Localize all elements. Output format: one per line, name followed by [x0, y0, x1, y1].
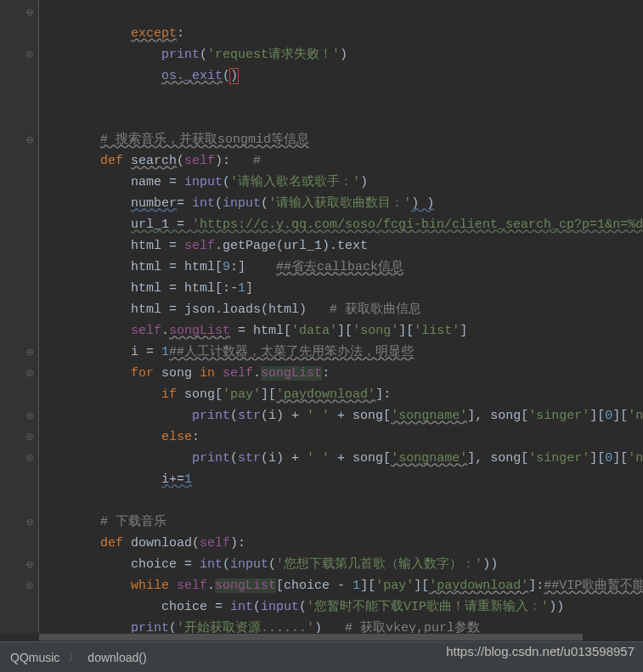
code-area[interactable]: except: print('request请求失败！') os._exit()… — [39, 0, 643, 633]
breadcrumb-class[interactable]: QQmusic — [10, 651, 59, 664]
fold-end[interactable]: ⌾ — [24, 453, 36, 465]
editor-pane: ⊖ ⌾ ⊖ ⊖ ⌾ ⊖ ⌾ ⌾ ⊖ ⊖ ⌾ except: print('req… — [0, 0, 643, 633]
fold-mark[interactable]: ⊖ — [24, 559, 36, 571]
fold-mark[interactable]: ⊖ — [24, 410, 36, 422]
fold-end[interactable]: ⌾ — [24, 368, 36, 380]
fold-mark[interactable]: ⊖ — [24, 7, 36, 19]
fold-mark[interactable]: ⊖ — [24, 134, 36, 146]
horizontal-scrollbar[interactable] — [39, 633, 643, 641]
gutter: ⊖ ⌾ ⊖ ⊖ ⌾ ⊖ ⌾ ⌾ ⊖ ⊖ ⌾ — [0, 0, 39, 633]
fold-mark[interactable]: ⊖ — [24, 517, 36, 528]
fold-end[interactable]: ⌾ — [24, 49, 36, 61]
fold-end[interactable]: ⌾ — [24, 580, 36, 592]
scrollbar-thumb[interactable] — [39, 634, 583, 641]
watermark: https://blog.csdn.net/u013598957 — [446, 644, 635, 658]
fold-mark[interactable]: ⊖ — [24, 347, 36, 359]
fold-end[interactable]: ⌾ — [24, 432, 36, 443]
chevron-right-icon: 〉 — [68, 650, 79, 665]
breadcrumb-method[interactable]: download() — [87, 651, 146, 664]
